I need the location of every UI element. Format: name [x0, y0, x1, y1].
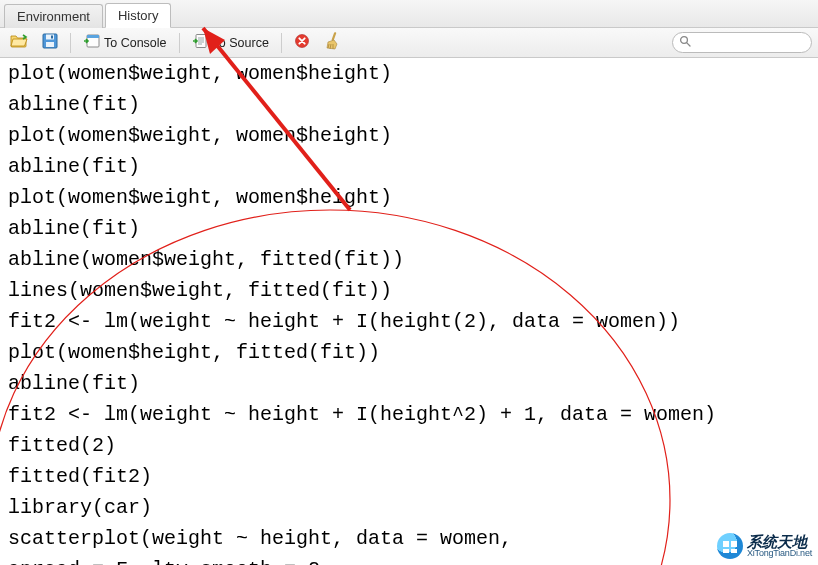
- save-history-button[interactable]: [38, 31, 62, 54]
- history-line[interactable]: lines(women$weight, fitted(fit)): [8, 275, 810, 306]
- history-line[interactable]: fitted(fit2): [8, 461, 810, 492]
- svg-rect-5: [87, 35, 99, 38]
- history-line[interactable]: abline(fit): [8, 89, 810, 120]
- history-toolbar: To Console To Source: [0, 28, 818, 58]
- tab-environment[interactable]: Environment: [4, 4, 103, 28]
- history-line[interactable]: fit2 <- lm(weight ~ height + I(height(2)…: [8, 306, 810, 337]
- broom-icon: [324, 32, 340, 53]
- tab-label: Environment: [17, 9, 90, 24]
- svg-line-10: [687, 43, 690, 46]
- search-input[interactable]: [695, 35, 818, 51]
- history-line[interactable]: abline(women$weight, fitted(fit)): [8, 244, 810, 275]
- history-line[interactable]: plot(women$weight, women$height): [8, 182, 810, 213]
- separator: [179, 33, 180, 53]
- to-console-button[interactable]: To Console: [79, 31, 171, 54]
- history-line[interactable]: abline(fit): [8, 213, 810, 244]
- svg-rect-3: [51, 36, 53, 39]
- load-history-button[interactable]: [6, 31, 32, 54]
- to-console-icon: [83, 33, 101, 52]
- separator: [70, 33, 71, 53]
- history-line[interactable]: abline(fit): [8, 368, 810, 399]
- svg-rect-2: [46, 42, 54, 47]
- history-line[interactable]: apread = F, lty.smooth = 2,: [8, 554, 810, 565]
- remove-entries-button[interactable]: [290, 31, 314, 54]
- clear-history-button[interactable]: [320, 30, 344, 55]
- history-line[interactable]: fitted(2): [8, 430, 810, 461]
- to-source-icon: [192, 33, 210, 52]
- tab-label: History: [118, 8, 158, 23]
- history-line[interactable]: plot(women$height, fitted(fit)): [8, 337, 810, 368]
- error-circle-icon: [294, 33, 310, 52]
- tab-bar: Environment History: [0, 0, 818, 28]
- search-icon: [679, 35, 691, 50]
- history-line[interactable]: library(car): [8, 492, 810, 523]
- floppy-disk-icon: [42, 33, 58, 52]
- history-line[interactable]: abline(fit): [8, 151, 810, 182]
- history-list[interactable]: plot(women$weight, women$height)abline(f…: [0, 58, 818, 565]
- history-line[interactable]: plot(women$weight, women$height): [8, 120, 810, 151]
- to-source-button[interactable]: To Source: [188, 31, 273, 54]
- to-console-label: To Console: [104, 36, 167, 50]
- tab-history[interactable]: History: [105, 3, 171, 28]
- separator: [281, 33, 282, 53]
- search-field[interactable]: [672, 32, 812, 53]
- history-line[interactable]: plot(women$weight, women$height): [8, 58, 810, 89]
- history-line[interactable]: scatterplot(weight ~ height, data = wome…: [8, 523, 810, 554]
- folder-open-icon: [10, 33, 28, 52]
- history-line[interactable]: fit2 <- lm(weight ~ height + I(height^2)…: [8, 399, 810, 430]
- to-source-label: To Source: [213, 36, 269, 50]
